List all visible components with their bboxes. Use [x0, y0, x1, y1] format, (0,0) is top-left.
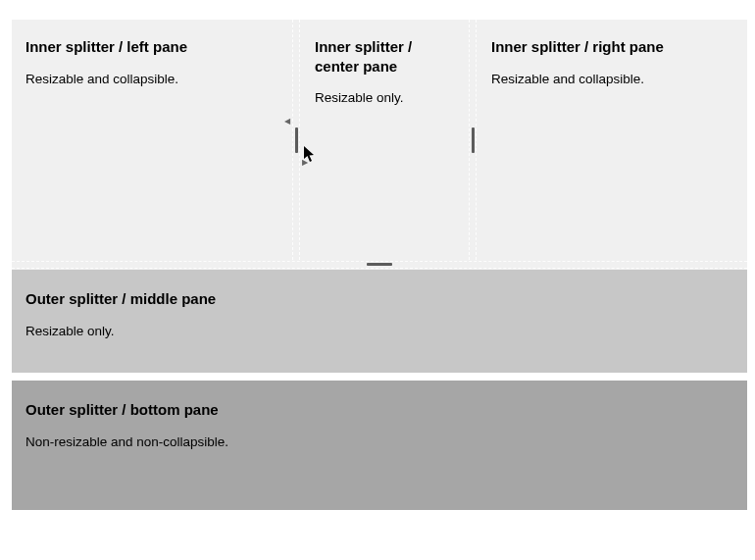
outer-middle-pane: Outer splitter / middle pane Resizable o…: [12, 270, 747, 373]
inner-right-desc: Resizable and collapsible.: [491, 71, 733, 89]
inner-center-pane: Inner splitter / center pane Resizable o…: [301, 20, 468, 260]
outer-middle-desc: Resizable only.: [25, 323, 733, 341]
inner-splitbar-right[interactable]: [468, 20, 478, 260]
drag-handle-icon[interactable]: [295, 127, 298, 153]
collapse-left-icon[interactable]: ◀: [284, 118, 290, 126]
inner-left-title: Inner splitter / left pane: [25, 37, 277, 57]
inner-left-pane: Inner splitter / left pane Resizable and…: [12, 20, 291, 260]
drag-handle-icon[interactable]: [472, 127, 475, 153]
inner-center-desc: Resizable only.: [315, 89, 454, 108]
inner-right-pane: Inner splitter / right pane Resizable an…: [478, 20, 747, 260]
inner-left-desc: Resizable and collapsible.: [25, 71, 277, 89]
inner-right-title: Inner splitter / right pane: [491, 37, 733, 57]
outer-bottom-desc: Non-resizable and non-collapsible.: [25, 433, 733, 452]
outer-top-pane: Inner splitter / left pane Resizable and…: [12, 20, 747, 260]
drag-handle-icon[interactable]: [367, 263, 392, 266]
collapse-right-icon[interactable]: ▶: [302, 159, 308, 167]
inner-splitbar-left[interactable]: ◀ ▶: [291, 20, 301, 260]
outer-splitbar-bottom: [12, 373, 747, 381]
outer-splitbar-top[interactable]: [12, 260, 747, 270]
outer-bottom-pane: Outer splitter / bottom pane Non-resizab…: [12, 381, 747, 510]
inner-center-title: Inner splitter / center pane: [315, 37, 454, 76]
outer-middle-title: Outer splitter / middle pane: [25, 289, 733, 309]
outer-splitter: Inner splitter / left pane Resizable and…: [12, 20, 747, 510]
outer-bottom-title: Outer splitter / bottom pane: [25, 400, 733, 420]
